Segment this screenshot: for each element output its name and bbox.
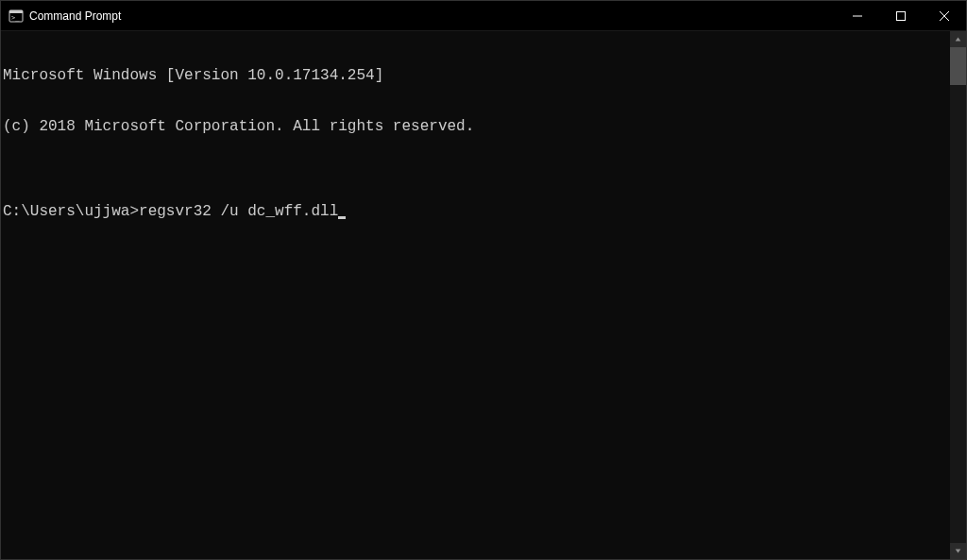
svg-marker-7 bbox=[956, 37, 961, 41]
cursor bbox=[338, 216, 346, 219]
scroll-track[interactable] bbox=[950, 47, 966, 543]
vertical-scrollbar[interactable] bbox=[950, 31, 966, 559]
scroll-thumb[interactable] bbox=[950, 47, 966, 85]
version-line: Microsoft Windows [Version 10.0.17134.25… bbox=[3, 67, 950, 84]
copyright-line: (c) 2018 Microsoft Corporation. All righ… bbox=[3, 118, 950, 135]
window-title: Command Prompt bbox=[29, 9, 121, 23]
svg-rect-1 bbox=[9, 10, 23, 13]
content-area: Microsoft Windows [Version 10.0.17134.25… bbox=[1, 31, 966, 559]
scroll-down-arrow-icon[interactable] bbox=[950, 543, 966, 559]
command-prompt-window: >_ Command Prompt Microsoft Windows [Ver… bbox=[0, 0, 967, 560]
svg-marker-8 bbox=[956, 549, 961, 552]
close-button[interactable] bbox=[923, 1, 966, 30]
maximize-button[interactable] bbox=[879, 1, 923, 30]
titlebar[interactable]: >_ Command Prompt bbox=[1, 1, 966, 31]
minimize-button[interactable] bbox=[836, 1, 879, 30]
cmd-icon: >_ bbox=[8, 8, 24, 24]
command-text: regsvr32 /u dc_wff.dll bbox=[139, 203, 338, 220]
window-controls bbox=[836, 1, 966, 30]
titlebar-left: >_ Command Prompt bbox=[8, 8, 121, 24]
svg-rect-4 bbox=[897, 11, 906, 20]
prompt-text: C:\Users\ujjwa> bbox=[3, 203, 139, 220]
svg-text:>_: >_ bbox=[11, 14, 20, 22]
scroll-up-arrow-icon[interactable] bbox=[950, 31, 966, 47]
terminal-output[interactable]: Microsoft Windows [Version 10.0.17134.25… bbox=[1, 31, 950, 559]
prompt-line: C:\Users\ujjwa>regsvr32 /u dc_wff.dll bbox=[3, 203, 950, 220]
